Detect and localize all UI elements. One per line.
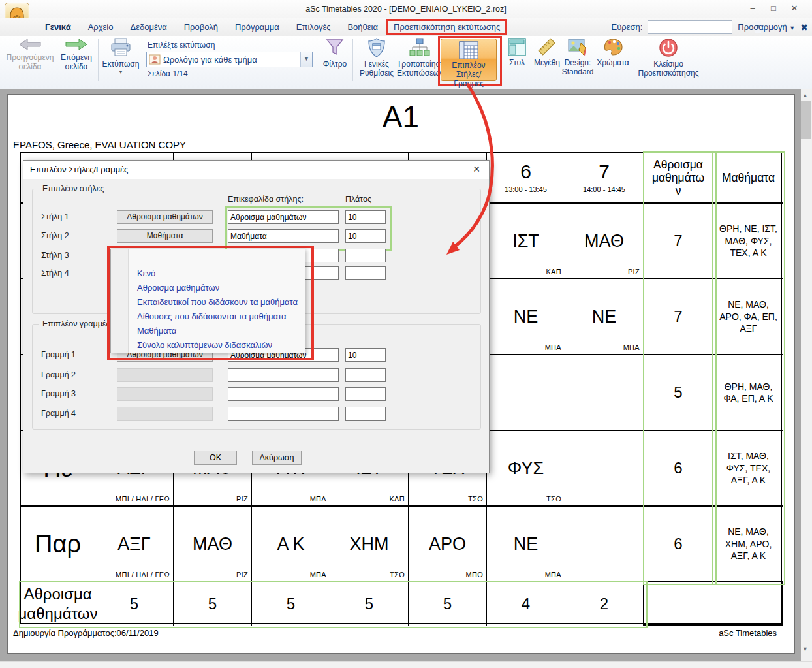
sum-row-label: Αθροισμα μαθημάτων <box>21 582 95 626</box>
row-type-button-4[interactable] <box>117 407 213 421</box>
row-width-input-1[interactable] <box>345 348 386 362</box>
lesson-cell: Α ΚΜΠΑ <box>252 507 330 582</box>
window-bottom-edge <box>0 661 812 668</box>
scroll-down-icon[interactable]: ▼ <box>800 644 810 654</box>
day-cell-5: Παρ <box>21 507 95 582</box>
prev-page-button[interactable]: Προηγούμενη σελίδα <box>4 38 56 71</box>
scroll-up-icon[interactable]: ▲ <box>800 90 810 101</box>
menu-item-1[interactable]: Κενό <box>137 266 302 281</box>
column-type-button-2[interactable]: Μαθήματα <box>117 229 213 243</box>
picture-pencil-icon <box>568 38 587 56</box>
subjects-column-header: Μαθήματα <box>713 153 783 204</box>
column-width-input-3[interactable] <box>345 249 386 262</box>
scrollbar-thumb[interactable] <box>801 101 811 139</box>
column-type-menu: ΚενόΑθροισμα μαθημάτωνΕκπαιδευτικοί που … <box>110 249 305 353</box>
lesson-cell <box>565 431 644 507</box>
column-label-3: Στήλη 3 <box>41 251 69 260</box>
row-subjects-cell: ΙΣΤ, ΜΑΘ, ΦΥΣ, ΤΕΧ, ΑΞΓ, Α Κ <box>713 431 783 507</box>
sum-row-merged-cell <box>644 582 783 626</box>
minimize-button[interactable]: – <box>743 1 762 16</box>
print-selection-value: Ωρολόγιο για κάθε τμήμα <box>161 55 300 65</box>
chevron-down-icon[interactable]: ▼ <box>300 52 312 67</box>
class-title: A1 <box>20 99 782 135</box>
style-button[interactable]: Στυλ <box>503 38 531 67</box>
menu-genika[interactable]: Γενικά <box>37 20 80 34</box>
vertical-scrollbar[interactable] <box>801 89 812 661</box>
menu-item-3[interactable]: Εκπαιδευτικοί που διδάσκουν τα μαθήματα <box>137 295 302 310</box>
toolbar-separator <box>315 39 315 81</box>
menu-programma[interactable]: Πρόγραμμα <box>226 20 288 34</box>
row-width-input-3[interactable] <box>345 387 386 401</box>
menu-item-2[interactable]: Αθροισμα μαθημάτων <box>137 281 302 295</box>
lesson-cell: ΑΞΓΜΠΙ / ΗΛΙ / ΓΕΩ <box>95 507 174 582</box>
close-button[interactable]: ✕ <box>785 1 804 16</box>
menu-item-6[interactable]: Σύνολο καλυπτόμενων διδασκαλιών <box>137 338 302 353</box>
lesson-cell <box>565 507 644 582</box>
row-width-input-4[interactable] <box>345 407 386 421</box>
ruler-icon <box>537 38 557 56</box>
dialog-close-icon[interactable]: ✕ <box>471 164 482 174</box>
row-sum-cell: 6 <box>644 507 713 582</box>
sizes-button[interactable]: Μεγέθη <box>531 38 563 67</box>
menubar-close-x-icon[interactable]: ✖ <box>800 22 808 33</box>
window-title: aSc Timetables 2020 - [DEMO_ENIAIO_LYKEI… <box>0 5 812 14</box>
funnel-icon <box>325 38 345 57</box>
row-type-button-2[interactable] <box>117 368 213 382</box>
menu-print-preview[interactable]: Προεπισκόπηση εκτύπωσης <box>386 19 507 35</box>
row-sum-cell: 7 <box>644 204 713 279</box>
menu-epiloges[interactable]: Επιλογές <box>288 20 339 34</box>
row-sum-cell: 5 <box>644 355 713 431</box>
cancel-button[interactable]: Ακύρωση <box>252 451 302 465</box>
power-icon <box>659 38 678 57</box>
general-settings-button[interactable]: Γενικές Ρυθμίσεις <box>356 38 398 78</box>
select-print-label: Επιλέξτε εκτύπωση <box>148 40 215 50</box>
lesson-cell: ΝΕΜΠΑ <box>487 507 565 582</box>
menu-provoli[interactable]: Προβολή <box>176 20 226 34</box>
sum-value-6: 4 <box>487 582 565 626</box>
print-button[interactable]: Εκτύπωση ▼ <box>99 38 142 76</box>
lesson-cell: ΧΗΜΤΣΟ <box>330 507 409 582</box>
extra-columns-rows-button[interactable]: Επιπλέον Στήλες/Γραμμές <box>441 39 497 81</box>
row-header-input-3[interactable] <box>228 387 339 401</box>
column-header-input-1[interactable] <box>228 210 339 224</box>
row-header-input-4[interactable] <box>228 407 339 421</box>
lesson-cell: ΦΥΣΤΣΟ <box>487 431 565 507</box>
column-width-input-1[interactable] <box>345 210 386 224</box>
column-width-input-4[interactable] <box>345 266 386 280</box>
lesson-cell: ΝΕΜΠΑ <box>565 279 644 355</box>
menu-item-5[interactable]: Μαθήματα <box>137 324 302 338</box>
modify-prints-button[interactable]: Τροποποίηση Εκτυπώσεων <box>397 38 443 78</box>
column-width-input-2[interactable] <box>345 229 386 243</box>
evaluation-watermark: EPAFOS, Greece, EVALUATION COPY <box>13 139 186 150</box>
column-label-4: Στήλη 4 <box>41 268 69 278</box>
next-page-button[interactable]: Επόμενη σελίδα <box>57 38 95 71</box>
annotation-red-box-extra-button: Επιπλέον Στήλες/Γραμμές <box>438 36 502 86</box>
row-header-input-2[interactable] <box>228 368 339 382</box>
column-header-input-2[interactable] <box>228 229 339 243</box>
print-selection-combobox[interactable]: Ωρολόγιο για κάθε τμήμα ▼ <box>146 52 313 67</box>
column-type-button-1[interactable]: Αθροισμα μαθημάτων <box>117 210 213 224</box>
row-type-button-3[interactable] <box>117 387 213 401</box>
filter-button[interactable]: Φίλτρο <box>319 38 351 69</box>
row-sum-cell: 7 <box>644 279 713 355</box>
sum-value-1: 5 <box>95 582 174 626</box>
menu-arxeio[interactable]: Αρχείο <box>80 20 122 34</box>
design-button[interactable]: Design: Standard <box>560 38 595 76</box>
menu-voitheia[interactable]: Βοήθεια <box>339 20 386 34</box>
customize-menu[interactable]: Προσαρμογή ▼ <box>738 22 795 32</box>
close-preview-button[interactable]: Κλείσιμο Προεπισκόπησης <box>634 38 702 78</box>
maximize-button[interactable]: □ <box>764 1 783 16</box>
annotation-red-box-menu: ΚενόΑθροισμα μαθημάτωνΕκπαιδευτικοί που … <box>107 246 314 360</box>
row-subjects-cell: ΘΡΗ, ΜΑΘ, ΦΑ, ΕΠ, Α Κ <box>713 355 783 431</box>
colors-button[interactable]: Χρώματα <box>595 38 631 67</box>
row-subjects-cell: ΝΕ, ΜΑΘ, ΑΡΟ, ΦΑ, ΕΠ, ΑΞΓ <box>713 279 783 355</box>
menu-item-4[interactable]: Αίθουσες που διδάσκονται τα μαθήματα <box>137 310 302 324</box>
row-subjects-cell: ΝΕ, ΜΑΘ, ΧΗΜ, ΑΡΟ, ΑΞΓ, Α Κ <box>713 507 783 582</box>
arrow-left-icon <box>18 38 42 51</box>
menu-dedomena[interactable]: Δεδομένα <box>121 20 175 34</box>
page-footer-brand: aSc Timetables <box>587 628 777 638</box>
ok-button[interactable]: OK <box>194 451 237 465</box>
row-width-input-2[interactable] <box>345 368 386 382</box>
lesson-cell <box>487 355 565 431</box>
search-combobox[interactable]: ▼ <box>648 20 732 34</box>
